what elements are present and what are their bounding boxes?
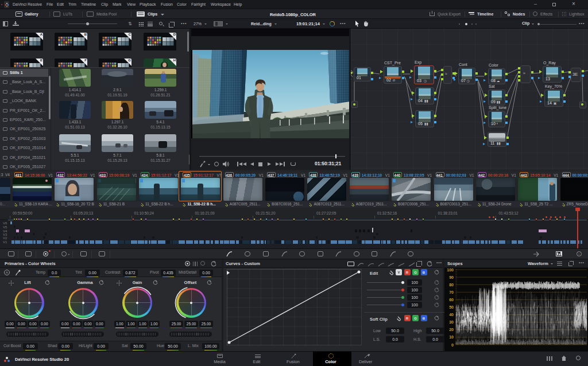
svg-text:50: 50: [449, 305, 454, 309]
svg-text:0: 0: [451, 343, 454, 347]
svg-text:70: 70: [449, 290, 454, 294]
svg-text:10: 10: [449, 335, 454, 339]
svg-text:60: 60: [449, 298, 454, 302]
svg-text:90: 90: [449, 275, 454, 279]
svg-text:80: 80: [449, 283, 454, 287]
svg-text:40: 40: [449, 313, 454, 317]
svg-text:20: 20: [449, 328, 454, 332]
svg-text:100: 100: [447, 268, 454, 272]
svg-text:30: 30: [449, 320, 454, 324]
